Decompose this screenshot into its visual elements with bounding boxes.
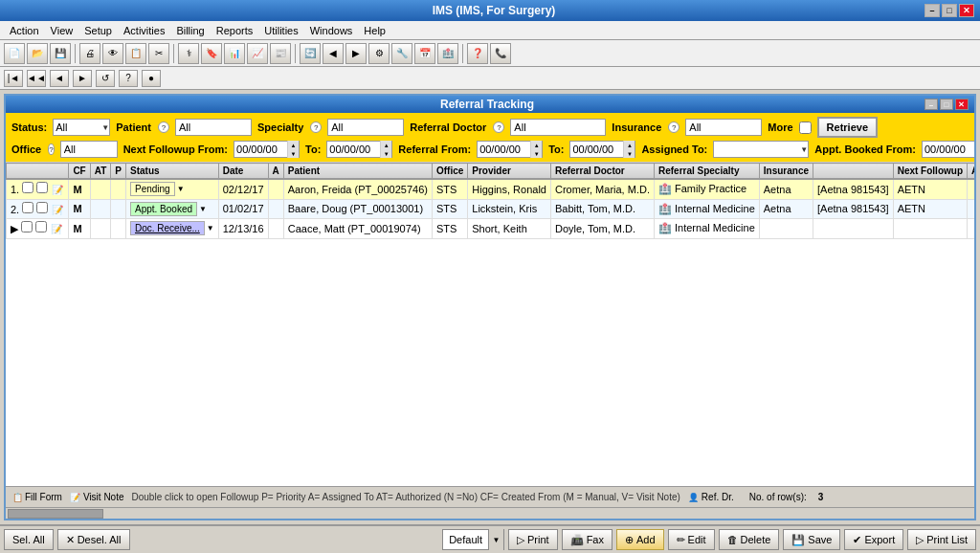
row-1-checkbox[interactable]	[22, 182, 33, 193]
referral-to-group[interactable]: ▲ ▼	[569, 141, 635, 158]
next-followup-from-group[interactable]: ▲ ▼	[234, 141, 300, 158]
scroll-thumb[interactable]	[8, 509, 103, 519]
col-appt-booked[interactable]: Appt. Booked	[968, 164, 975, 180]
row-expand[interactable]: ▶	[11, 223, 18, 234]
specialty-input[interactable]	[327, 119, 404, 136]
fill-form-footer[interactable]: 📋 Fill Form	[11, 492, 62, 503]
tb-btn-16[interactable]: 🏥	[437, 43, 458, 64]
office-input[interactable]	[60, 141, 118, 158]
nav-prev-multi[interactable]: ◄◄	[27, 70, 46, 87]
col-office[interactable]: Office	[432, 164, 467, 180]
sel-all-button[interactable]: Sel. All	[4, 529, 54, 550]
referral-close[interactable]: ✕	[955, 99, 969, 110]
spin-down-4[interactable]: ▼	[624, 149, 635, 158]
row-2-checkbox[interactable]	[22, 202, 33, 213]
spin-up-4[interactable]: ▲	[624, 141, 635, 149]
col-provider[interactable]: Provider	[468, 164, 551, 180]
nav-next-multi[interactable]: ►	[73, 70, 92, 87]
tb-btn-5[interactable]: ⚕	[178, 43, 199, 64]
tb-btn-15[interactable]: 📅	[414, 43, 435, 64]
next-followup-from-input[interactable]	[234, 142, 287, 157]
menu-help[interactable]: Help	[358, 24, 391, 37]
col-patient[interactable]: Patient	[283, 164, 432, 180]
visit-note-footer[interactable]: 📝 Visit Note	[70, 492, 124, 503]
minimize-button[interactable]: –	[924, 4, 940, 17]
open-button[interactable]: 📂	[27, 43, 48, 64]
row-2-status[interactable]: Appt. Booked ▼	[125, 199, 218, 219]
edit-button[interactable]: ✏ Edit	[668, 529, 715, 550]
patient-help-icon[interactable]: ?	[158, 122, 169, 133]
print-list-button[interactable]: ▷ Print List	[907, 529, 976, 550]
more-checkbox[interactable]	[799, 122, 812, 134]
menu-billing[interactable]: Billing	[170, 24, 210, 37]
row-1-patient[interactable]: Aaron, Freida (PT_00025746)	[283, 179, 432, 199]
retrieve-button[interactable]: Retrieve	[817, 117, 878, 138]
next-followup-to-group[interactable]: ▲ ▼	[326, 141, 392, 158]
fax-button[interactable]: 📠 Fax	[562, 529, 612, 550]
tb-btn-13[interactable]: ⚙	[368, 43, 390, 64]
specialty-help-icon[interactable]: ?	[310, 122, 322, 133]
spin-up-3[interactable]: ▲	[531, 141, 542, 149]
spin-down[interactable]: ▼	[288, 149, 299, 158]
col-status[interactable]: Status	[125, 164, 218, 180]
menu-setup[interactable]: Setup	[78, 24, 118, 37]
spin-up[interactable]: ▲	[288, 141, 299, 149]
col-a[interactable]: A	[268, 164, 283, 180]
save-tb-button[interactable]: 💾	[50, 43, 71, 64]
new-button[interactable]: 📄	[4, 43, 25, 64]
col-referral-doctor[interactable]: Referral Doctor	[550, 164, 654, 180]
col-next-followup[interactable]: Next Followup	[893, 164, 967, 180]
spin-down-2[interactable]: ▼	[381, 149, 391, 158]
tb-btn-10[interactable]: 🔄	[300, 43, 321, 64]
menu-utilities[interactable]: Utilities	[258, 24, 303, 37]
col-at[interactable]: AT	[90, 164, 111, 180]
print-tb-button[interactable]: 🖨	[79, 43, 100, 64]
row-3-checkbox[interactable]	[21, 221, 33, 232]
tb-btn-7[interactable]: 📊	[224, 43, 245, 64]
col-referral-specialty[interactable]: Referral Specialty	[654, 164, 759, 180]
appt-booked-from-spin[interactable]: ▲ ▼	[975, 141, 976, 158]
tb-btn-12[interactable]: ▶	[345, 43, 367, 64]
row-3-edit-icon[interactable]: 📝	[50, 223, 63, 236]
tb-btn-17[interactable]: ❓	[467, 43, 488, 64]
nav-home[interactable]: ●	[142, 70, 161, 87]
menu-view[interactable]: View	[45, 24, 79, 37]
referral-from-group[interactable]: ▲ ▼	[477, 141, 543, 158]
tb-btn-18[interactable]: 📞	[490, 43, 511, 64]
spin-down-3[interactable]: ▼	[531, 149, 542, 158]
add-button[interactable]: ⊕ Add	[616, 529, 664, 550]
nav-first[interactable]: |◄	[4, 70, 23, 87]
col-p[interactable]: P	[111, 164, 126, 180]
menu-action[interactable]: Action	[4, 24, 45, 37]
nav-help[interactable]: ?	[119, 70, 138, 87]
row-3-status[interactable]: Doc. Receive... ▼	[125, 219, 218, 239]
status-combo[interactable]: All ▼	[53, 119, 110, 136]
referral-doctor-help-icon[interactable]: ?	[493, 122, 504, 133]
desel-all-button[interactable]: ✕ Desel. All	[57, 529, 130, 550]
insurance-input[interactable]	[685, 119, 762, 136]
row-1-checkbox2[interactable]	[36, 182, 48, 193]
nav-refresh[interactable]: ↺	[96, 70, 115, 87]
referral-to-input[interactable]	[570, 142, 623, 157]
tb-btn-9[interactable]: 📰	[270, 43, 291, 64]
status-select[interactable]: All	[53, 119, 110, 136]
referral-maximize[interactable]: □	[940, 99, 953, 110]
assigned-to-select[interactable]	[713, 141, 809, 158]
col-date[interactable]: Date	[218, 164, 268, 180]
menu-windows[interactable]: Windows	[304, 24, 359, 37]
tb-btn-4[interactable]: ✂	[148, 43, 169, 64]
export-button[interactable]: ✔ Export	[844, 529, 903, 550]
row-3-checkbox2[interactable]	[35, 221, 47, 232]
referral-to-spin[interactable]: ▲ ▼	[623, 141, 635, 158]
close-button[interactable]: ✕	[959, 4, 974, 17]
referral-from-input[interactable]	[478, 142, 530, 157]
delete-button[interactable]: 🗑 Delete	[719, 529, 780, 550]
default-combo[interactable]: Default ▼	[442, 529, 504, 550]
assigned-to-combo[interactable]: ▼	[713, 141, 809, 158]
tb-btn-8[interactable]: 📈	[247, 43, 268, 64]
row-3-patient[interactable]: Caace, Matt (PT_00019074)	[283, 219, 432, 239]
referral-minimize[interactable]: –	[924, 99, 938, 110]
preview-button[interactable]: 👁	[102, 43, 123, 64]
tb-btn-14[interactable]: 🔧	[391, 43, 412, 64]
insurance-help-icon[interactable]: ?	[668, 122, 679, 133]
